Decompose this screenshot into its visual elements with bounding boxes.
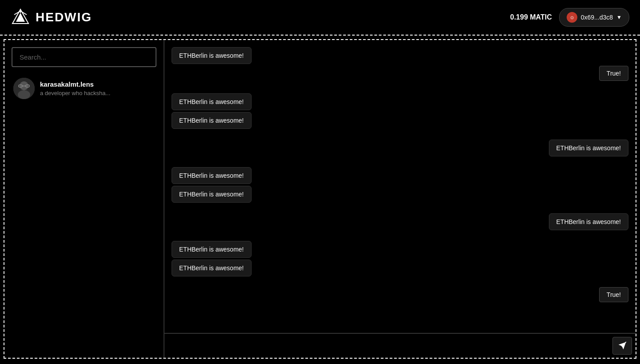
message-row: ETHBerlin is awesome! (172, 112, 628, 129)
message-row: ETHBerlin is awesome! (172, 260, 628, 276)
message-bubble: ETHBerlin is awesome! (172, 167, 252, 184)
message-row: ETHBerlin is awesome! (172, 140, 628, 156)
message-row: ETHBerlin is awesome! (172, 47, 628, 64)
contact-info: karasakalmt.lens a developer who hacksha… (40, 80, 110, 96)
true-badge-row-1: True! (172, 66, 628, 83)
message-bubble-right: ETHBerlin is awesome! (549, 213, 629, 230)
contact-item[interactable]: karasakalmt.lens a developer who hacksha… (12, 74, 156, 103)
svg-point-5 (18, 90, 30, 99)
message-bubble: ETHBerlin is awesome! (172, 112, 252, 129)
message-row: ETHBerlin is awesome! (172, 93, 628, 110)
sidebar: karasakalmt.lens a developer who hacksha… (4, 40, 164, 358)
matic-balance: 0.199 MATIC (510, 13, 552, 21)
message-bubble: ETHBerlin is awesome! (172, 241, 252, 258)
message-row: ETHBerlin is awesome! (172, 213, 628, 230)
message-bubble: ETHBerlin is awesome! (172, 186, 252, 203)
chat-input[interactable] (168, 339, 609, 353)
chat-messages: ETHBerlin is awesome! True! ETHBerlin is… (164, 40, 636, 333)
send-button[interactable] (612, 337, 632, 355)
message-row: ETHBerlin is awesome! (172, 186, 628, 203)
message-row: ETHBerlin is awesome! (172, 241, 628, 258)
search-input[interactable] (12, 47, 156, 67)
true-badge: True! (599, 66, 628, 81)
contact-name: karasakalmt.lens (40, 80, 110, 88)
message-row: ETHBerlin is awesome! (172, 167, 628, 184)
wallet-avatar: ⊙ (567, 12, 577, 23)
message-bubble: ETHBerlin is awesome! (172, 47, 252, 64)
chat-input-area (164, 333, 636, 358)
contact-bio: a developer who hacksha... (40, 90, 110, 96)
wallet-button[interactable]: ⊙ 0x69...d3c8 ▼ (559, 8, 629, 27)
wallet-address: 0x69...d3c8 (581, 14, 613, 21)
logo-area: HEDWIG (11, 8, 92, 27)
app-title: HEDWIG (36, 10, 92, 24)
hedwig-logo-icon (11, 8, 30, 27)
send-icon (618, 341, 627, 350)
avatar (13, 78, 35, 99)
message-bubble: ETHBerlin is awesome! (172, 93, 252, 110)
message-bubble: ETHBerlin is awesome! (172, 260, 252, 276)
main-container: karasakalmt.lens a developer who hacksha… (4, 39, 636, 359)
message-bubble-right: ETHBerlin is awesome! (549, 140, 629, 156)
app-header: HEDWIG 0.199 MATIC ⊙ 0x69...d3c8 ▼ (0, 0, 640, 36)
chevron-down-icon: ▼ (616, 14, 622, 20)
true-badge: True! (599, 287, 628, 302)
chat-area: ETHBerlin is awesome! True! ETHBerlin is… (164, 40, 636, 358)
avatar-image (13, 78, 35, 99)
true-badge-row-3: True! (172, 287, 628, 304)
header-right-area: 0.199 MATIC ⊙ 0x69...d3c8 ▼ (510, 8, 629, 27)
svg-marker-10 (619, 342, 626, 350)
